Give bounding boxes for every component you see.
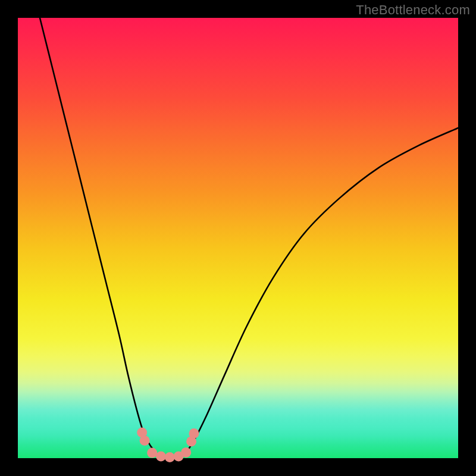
marker-group xyxy=(137,428,199,462)
data-marker xyxy=(181,447,191,458)
data-marker xyxy=(140,436,150,446)
data-marker xyxy=(147,448,157,458)
data-marker xyxy=(165,452,175,462)
data-marker xyxy=(189,428,199,439)
chart-frame: TheBottleneck.com xyxy=(0,0,476,476)
curve-svg xyxy=(18,18,458,458)
data-marker xyxy=(156,452,166,462)
curve-group xyxy=(40,18,458,458)
bottleneck-curve xyxy=(40,18,458,458)
watermark-text: TheBottleneck.com xyxy=(356,2,470,18)
plot-area xyxy=(18,18,458,458)
